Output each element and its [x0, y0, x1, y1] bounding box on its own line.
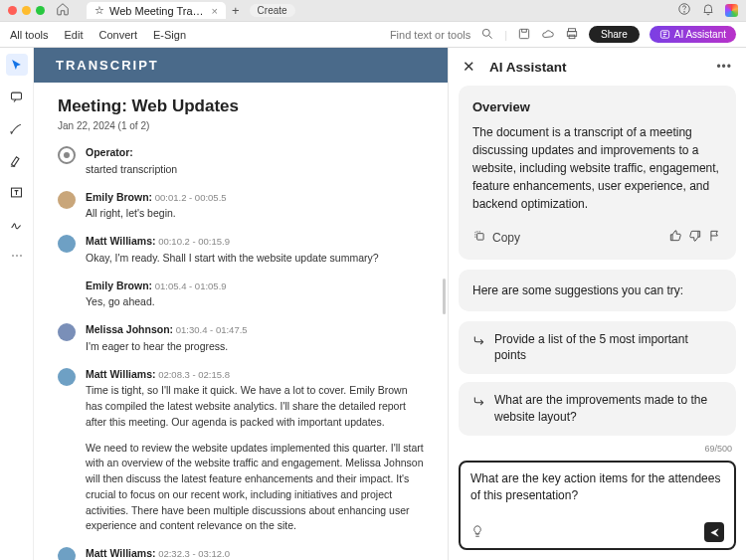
entry-text: started transcription	[86, 162, 424, 178]
search-icon[interactable]	[480, 27, 494, 43]
speaker-avatar	[58, 279, 76, 311]
suggestions-intro: Here are some suggestions you can try:	[459, 270, 736, 311]
save-icon[interactable]	[517, 27, 531, 43]
svg-point-2	[483, 29, 490, 36]
share-button[interactable]: Share	[589, 26, 640, 43]
suggestion-text: What are the improvements made to the we…	[494, 392, 722, 426]
timestamp: 00:10.2 - 00:15.9	[156, 236, 230, 247]
entry-text: Okay, I'm ready. Shall I start with the …	[86, 251, 424, 267]
entry-text: All right, let's begin.	[86, 206, 424, 222]
transcript-entry: Emily Brown: 00:01.2 - 00:05.5All right,…	[58, 190, 424, 223]
speaker-avatar	[58, 547, 76, 560]
meeting-subtitle: Jan 22, 2024 (1 of 2)	[58, 120, 424, 131]
select-tool-icon[interactable]	[6, 54, 28, 76]
svg-rect-3	[519, 29, 528, 38]
entry-text: I'm eager to hear the progress.	[86, 339, 424, 355]
transcript-entry: Matt Williams: 00:10.2 - 00:15.9Okay, I'…	[58, 234, 424, 267]
tab-bar: ☆ Web Meeting Transcrip... × + Create	[87, 2, 295, 19]
svg-point-1	[684, 12, 685, 13]
svg-rect-6	[569, 35, 575, 39]
svg-rect-4	[569, 28, 576, 31]
home-icon[interactable]	[56, 2, 70, 19]
svg-rect-10	[477, 233, 483, 239]
document-tab[interactable]: ☆ Web Meeting Transcrip... ×	[87, 2, 226, 19]
pen-icon[interactable]	[6, 117, 28, 139]
assistant-title: AI Assistant	[489, 60, 567, 75]
menu-all-tools[interactable]: All tools	[10, 29, 49, 41]
transcript-entry: Operator:started transcription	[58, 145, 424, 178]
new-tab-icon[interactable]: +	[232, 3, 240, 18]
flag-icon[interactable]	[708, 229, 722, 248]
create-button[interactable]: Create	[250, 4, 295, 17]
document-viewport: TRANSCRIPT Meeting: Web Updates Jan 22, …	[34, 48, 448, 560]
menu-toolbar: All tools Edit Convert E-Sign Find text …	[0, 22, 746, 48]
transcript-banner: TRANSCRIPT	[34, 48, 448, 83]
menu-edit[interactable]: Edit	[65, 29, 84, 41]
speaker-name: Matt Williams:	[86, 235, 156, 247]
timestamp: 00:01.2 - 00:05.5	[152, 192, 226, 203]
apps-icon[interactable]	[725, 4, 738, 17]
prompt-text: What are the key action items for the at…	[470, 470, 724, 504]
speaker-avatar	[58, 146, 76, 164]
transcript-entry: Matt Williams: 02:08.3 - 02:15.8Time is …	[58, 367, 424, 535]
close-window-icon[interactable]	[8, 6, 17, 15]
speaker-name: Operator:	[86, 146, 133, 158]
overview-text: The document is a transcript of a meetin…	[472, 123, 722, 213]
tab-title: Web Meeting Transcrip...	[109, 5, 207, 17]
ai-button-label: AI Assistant	[674, 29, 726, 40]
close-tab-icon[interactable]: ×	[212, 5, 218, 17]
highlight-icon[interactable]	[6, 149, 28, 171]
transcript-entry: Matt Williams: 02:32.3 - 03:12.0I'll tou…	[58, 546, 424, 560]
find-label: Find text or tools	[390, 29, 470, 41]
menu-convert[interactable]: Convert	[99, 29, 138, 41]
meeting-title: Meeting: Web Updates	[58, 96, 424, 116]
text-tool-icon[interactable]	[6, 181, 28, 203]
help-icon[interactable]	[677, 2, 691, 19]
star-icon: ☆	[94, 4, 104, 17]
suggestion-chip[interactable]: Provide a list of the 5 most important p…	[459, 321, 736, 375]
cloud-icon[interactable]	[541, 27, 555, 43]
timestamp: 02:32.3 - 03:12.0	[156, 548, 230, 559]
panel-more-icon[interactable]: •••	[716, 60, 732, 74]
timestamp: 02:08.3 - 02:15.8	[156, 369, 230, 380]
speaker-name: Matt Williams:	[86, 547, 156, 559]
timestamp: 01:30.4 - 01:47.5	[173, 324, 247, 335]
speaker-name: Matt Williams:	[86, 368, 156, 380]
speaker-name: Emily Brown:	[86, 191, 152, 203]
overview-heading: Overview	[472, 97, 722, 117]
comment-icon[interactable]	[6, 86, 28, 107]
speaker-avatar	[58, 368, 76, 386]
prompt-input[interactable]: What are the key action items for the at…	[459, 461, 736, 550]
thumbs-down-icon[interactable]	[688, 229, 702, 248]
more-tools-icon[interactable]: ⋯	[6, 245, 28, 267]
speaker-avatar	[58, 191, 76, 209]
minimize-window-icon[interactable]	[22, 6, 31, 15]
lightbulb-icon[interactable]	[470, 524, 484, 541]
scroll-indicator[interactable]	[443, 279, 446, 314]
close-panel-icon[interactable]: ✕	[463, 58, 475, 76]
char-counter: 69/500	[459, 444, 736, 454]
suggestion-text: Provide a list of the 5 most important p…	[494, 331, 722, 365]
speaker-name: Melissa Johnson:	[86, 323, 173, 335]
window-titlebar: ☆ Web Meeting Transcrip... × + Create	[0, 0, 746, 22]
entry-text: Yes, go ahead.	[86, 294, 424, 310]
speaker-name: Emily Brown:	[86, 280, 152, 291]
ai-assistant-button[interactable]: AI Assistant	[650, 26, 736, 43]
suggestion-chip[interactable]: What are the improvements made to the we…	[459, 382, 736, 436]
send-button[interactable]	[704, 522, 724, 542]
bell-icon[interactable]	[701, 2, 715, 19]
entry-text: Time is tight, so I'll make it quick. We…	[86, 383, 424, 430]
overview-bubble: Overview The document is a transcript of…	[459, 86, 736, 260]
signature-icon[interactable]	[6, 213, 28, 235]
timestamp: 01:05.4 - 01:05.9	[152, 280, 226, 291]
print-icon[interactable]	[565, 27, 579, 43]
copy-icon[interactable]	[472, 229, 486, 248]
entry-text: We need to review the website updates im…	[86, 441, 424, 535]
thumbs-up-icon[interactable]	[668, 229, 682, 248]
speaker-avatar	[58, 323, 76, 341]
maximize-window-icon[interactable]	[36, 6, 45, 15]
menu-esign[interactable]: E-Sign	[153, 29, 186, 41]
copy-label[interactable]: Copy	[492, 229, 520, 247]
left-tool-rail: ⋯	[0, 48, 34, 560]
svg-rect-8	[12, 93, 22, 99]
